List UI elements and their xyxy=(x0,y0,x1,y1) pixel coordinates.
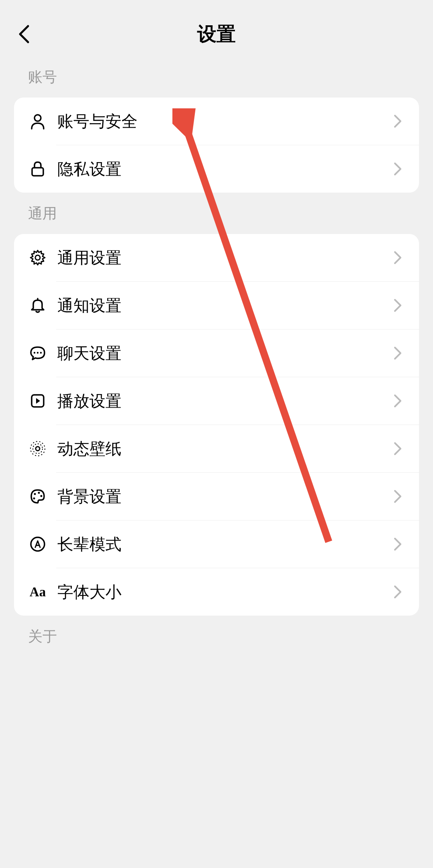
status-bar xyxy=(0,0,433,12)
lock-icon xyxy=(29,161,46,177)
chevron-right-icon xyxy=(392,538,404,550)
item-chat[interactable]: 聊天设置 xyxy=(14,329,419,377)
item-font-size[interactable]: Aa 字体大小 xyxy=(14,568,419,616)
svg-point-4 xyxy=(34,352,35,354)
card-account: 账号与安全 隐私设置 xyxy=(14,98,419,193)
item-playback[interactable]: 播放设置 xyxy=(14,377,419,425)
header: 设置 xyxy=(0,12,433,56)
item-label: 通用设置 xyxy=(57,247,392,269)
section-label-general: 通用 xyxy=(0,193,433,234)
item-label: 播放设置 xyxy=(57,390,392,412)
chevron-right-icon xyxy=(392,443,404,455)
svg-point-8 xyxy=(36,447,40,451)
chevron-right-icon xyxy=(392,586,404,598)
svg-point-5 xyxy=(37,352,38,354)
card-general: 通用设置 通知设置 聊天设置 xyxy=(14,234,419,616)
item-notification[interactable]: 通知设置 xyxy=(14,282,419,329)
chevron-right-icon xyxy=(392,163,404,175)
svg-point-11 xyxy=(34,493,36,495)
svg-point-15 xyxy=(31,537,45,551)
chat-icon xyxy=(29,345,46,362)
live-wallpaper-icon xyxy=(29,440,46,457)
chevron-right-icon xyxy=(392,490,404,502)
section-label-about: 关于 xyxy=(0,616,433,657)
item-general-settings[interactable]: 通用设置 xyxy=(14,234,419,281)
item-label: 账号与安全 xyxy=(57,110,392,132)
elder-mode-icon xyxy=(29,536,46,553)
chevron-right-icon xyxy=(392,299,404,311)
item-label: 动态壁纸 xyxy=(57,438,392,460)
chevron-left-icon xyxy=(18,24,30,44)
chevron-right-icon xyxy=(392,347,404,359)
item-label: 聊天设置 xyxy=(57,342,392,364)
chevron-right-icon xyxy=(392,395,404,407)
item-account-security[interactable]: 账号与安全 xyxy=(14,98,419,145)
item-privacy[interactable]: 隐私设置 xyxy=(14,145,419,193)
svg-point-12 xyxy=(38,492,40,494)
item-label: 隐私设置 xyxy=(57,158,392,180)
page-title: 设置 xyxy=(0,21,433,47)
item-label: 通知设置 xyxy=(57,295,392,317)
font-size-icon: Aa xyxy=(29,583,46,600)
item-live-wallpaper[interactable]: 动态壁纸 xyxy=(14,425,419,472)
chevron-right-icon xyxy=(392,115,404,127)
svg-point-14 xyxy=(33,498,35,500)
back-button[interactable] xyxy=(14,24,34,44)
item-elder-mode[interactable]: 长辈模式 xyxy=(14,520,419,568)
chevron-right-icon xyxy=(392,252,404,264)
svg-point-0 xyxy=(34,115,41,121)
svg-point-13 xyxy=(40,495,42,497)
gear-icon xyxy=(29,249,46,266)
svg-point-6 xyxy=(40,352,42,354)
svg-point-9 xyxy=(33,444,42,453)
svg-rect-1 xyxy=(32,168,43,176)
palette-icon xyxy=(29,488,46,505)
user-icon xyxy=(29,113,46,130)
item-background[interactable]: 背景设置 xyxy=(14,473,419,520)
item-label: 字体大小 xyxy=(57,581,392,603)
item-label: 长辈模式 xyxy=(57,533,392,555)
play-icon xyxy=(29,392,46,409)
svg-point-2 xyxy=(35,255,40,260)
item-label: 背景设置 xyxy=(57,486,392,508)
bell-icon xyxy=(29,297,46,314)
section-label-account: 账号 xyxy=(0,56,433,98)
